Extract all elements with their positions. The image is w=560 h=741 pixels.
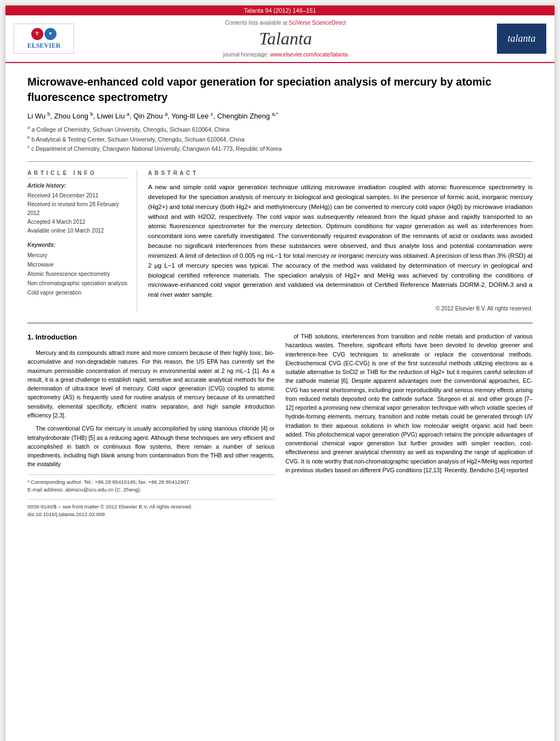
authors: Li Wu b, Zhou Long b, Liwei Liu a, Qin Z…: [27, 111, 533, 120]
revised-date: Received in revised form 28 February 201…: [27, 200, 128, 218]
journal-center: Contents lists available at SciVerse Sci…: [74, 20, 497, 58]
article-title: Microwave-enhanced cold vapor generation…: [27, 74, 533, 105]
body-columns: 1. Introduction Mercury and its compound…: [27, 332, 533, 519]
body-right-column: of THB solutions, interferences from tra…: [286, 332, 533, 519]
intro-heading: 1. Introduction: [27, 332, 275, 343]
info-abstract-section: A R T I C L E I N F O Article history: R…: [27, 161, 533, 312]
body-section: 1. Introduction Mercury and its compound…: [27, 323, 533, 519]
footnote-email: E-mail address: abinscu@scu.edu.cn (C. Z…: [27, 486, 275, 494]
sciverse-line: Contents lists available at SciVerse Sci…: [74, 20, 497, 26]
left-column: A R T I C L E I N F O Article history: R…: [27, 170, 137, 312]
accepted-date: Accepted 4 March 2012: [27, 218, 128, 227]
keyword-3: Atomic fluorescence spectrometry: [27, 269, 128, 279]
elsevier-logo: ☥ ♥ ELSEVIER: [14, 24, 74, 54]
top-bar: Talanta 94 (2012) 146–151: [5, 5, 555, 15]
journal-title: Talanta: [74, 29, 497, 49]
homepage-link[interactable]: www.elsevier.com/locate/talanta: [270, 52, 348, 58]
main-content: Microwave-enhanced cold vapor generation…: [5, 63, 555, 530]
affiliation-b: b b Analytical & Testing Center, Sichuan…: [27, 134, 533, 144]
keywords-section: Keywords: Mercury Microwave Atomic fluor…: [27, 242, 128, 297]
received-date: Received 14 December 2011: [27, 191, 128, 200]
article-history-label: Article history:: [27, 183, 128, 189]
keyword-2: Microwave: [27, 260, 128, 269]
abstract-text: A new and simple cold vapor generation t…: [148, 183, 533, 300]
keyword-5: Cold vapor generation: [27, 288, 128, 297]
sciverse-link[interactable]: SciVerse ScienceDirect: [289, 20, 346, 26]
body-left-column: 1. Introduction Mercury and its compound…: [27, 332, 275, 519]
keywords-label: Keywords:: [27, 242, 128, 248]
bottom-bar-inline: 0039-9140/$ – see front matter © 2012 El…: [27, 499, 275, 519]
intro-paragraph-2: The conventional CVG for mercury is usua…: [27, 424, 275, 468]
affiliations: a a College of Chemistry, Sichuan Univer…: [27, 125, 533, 153]
affiliation-c: c c Department of Chemistry, Changwon Na…: [27, 144, 533, 153]
journal-header: ☥ ♥ ELSEVIER Contents lists available at…: [5, 15, 555, 63]
issn-text: 0039-9140/$ – see front matter © 2012 El…: [27, 503, 275, 511]
page: Talanta 94 (2012) 146–151 ☥ ♥ ELSEVIER C…: [5, 5, 555, 741]
article-info-section-label: A R T I C L E I N F O: [27, 170, 128, 178]
right-paragraph-1: of THB solutions, interferences from tra…: [286, 332, 533, 474]
online-date: Available online 10 March 2012: [27, 227, 128, 235]
keyword-4: Non chromatographic speciation analysis: [27, 279, 128, 288]
copyright-line: © 2012 Elsevier B.V. All rights reserved…: [148, 306, 533, 312]
right-column: A B S T R A C T A new and simple cold va…: [148, 170, 533, 312]
doi-text: doi:10.1016/j.talanta.2012.03.009: [27, 511, 275, 518]
talanta-logo: talanta: [497, 24, 546, 54]
abstract-section-label: A B S T R A C T: [148, 170, 533, 178]
volume-info: Talanta 94 (2012) 146–151: [244, 7, 316, 14]
keyword-1: Mercury: [27, 251, 128, 260]
affiliation-a: a a College of Chemistry, Sichuan Univer…: [27, 125, 533, 134]
journal-homepage: journal homepage: www.elsevier.com/locat…: [74, 52, 497, 58]
footnote-star: * Corresponding author. Tel.: +86 28 854…: [27, 478, 275, 486]
footnote-section: * Corresponding author. Tel.: +86 28 854…: [27, 474, 275, 494]
intro-paragraph-1: Mercury and its compounds attract more a…: [27, 348, 275, 420]
